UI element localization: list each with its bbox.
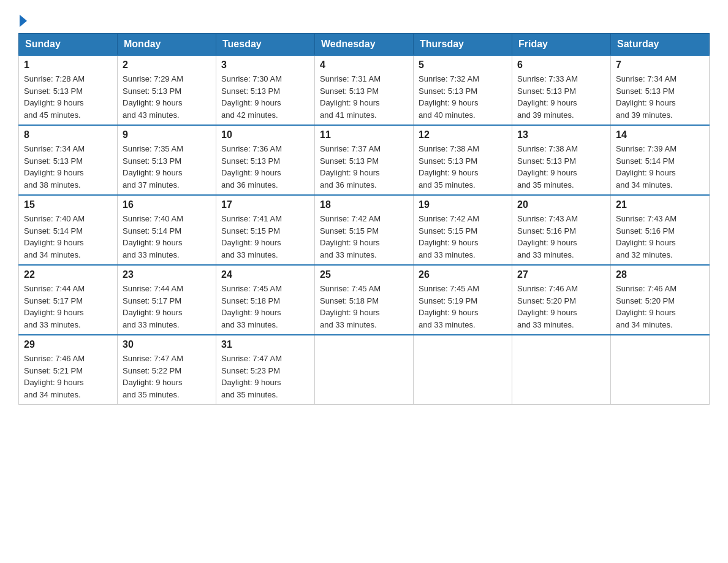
day-number: 31 — [221, 339, 309, 350]
day-number: 10 — [221, 129, 309, 140]
day-number: 25 — [320, 269, 408, 280]
day-info: Sunrise: 7:40 AMSunset: 5:14 PMDaylight:… — [24, 213, 112, 261]
calendar-day-cell: 18Sunrise: 7:42 AMSunset: 5:15 PMDayligh… — [315, 195, 414, 265]
day-info: Sunrise: 7:43 AMSunset: 5:16 PMDaylight:… — [517, 213, 605, 261]
day-info: Sunrise: 7:45 AMSunset: 5:18 PMDaylight:… — [221, 283, 309, 331]
day-number: 24 — [221, 269, 309, 280]
day-info: Sunrise: 7:33 AMSunset: 5:13 PMDaylight:… — [517, 73, 605, 121]
calendar-week-row: 29Sunrise: 7:46 AMSunset: 5:21 PMDayligh… — [19, 335, 710, 405]
empty-cell — [611, 335, 710, 405]
day-number: 23 — [123, 269, 211, 280]
day-info: Sunrise: 7:32 AMSunset: 5:13 PMDaylight:… — [419, 73, 507, 121]
day-info: Sunrise: 7:45 AMSunset: 5:19 PMDaylight:… — [419, 283, 507, 331]
day-number: 28 — [616, 269, 704, 280]
day-number: 21 — [616, 199, 704, 210]
calendar-day-cell: 4Sunrise: 7:31 AMSunset: 5:13 PMDaylight… — [315, 55, 414, 125]
day-number: 8 — [24, 129, 112, 140]
day-number: 27 — [517, 269, 605, 280]
calendar-header-row: SundayMondayTuesdayWednesdayThursdayFrid… — [19, 34, 710, 56]
calendar-day-cell: 22Sunrise: 7:44 AMSunset: 5:17 PMDayligh… — [19, 265, 118, 335]
day-number: 14 — [616, 129, 704, 140]
calendar-day-cell: 30Sunrise: 7:47 AMSunset: 5:22 PMDayligh… — [118, 335, 216, 405]
empty-cell — [315, 335, 414, 405]
day-info: Sunrise: 7:44 AMSunset: 5:17 PMDaylight:… — [123, 283, 211, 331]
empty-cell — [512, 335, 611, 405]
calendar-day-cell: 12Sunrise: 7:38 AMSunset: 5:13 PMDayligh… — [414, 125, 512, 195]
day-info: Sunrise: 7:34 AMSunset: 5:13 PMDaylight:… — [24, 143, 112, 191]
day-number: 12 — [419, 129, 507, 140]
day-number: 13 — [517, 129, 605, 140]
calendar-week-row: 8Sunrise: 7:34 AMSunset: 5:13 PMDaylight… — [19, 125, 710, 195]
day-info: Sunrise: 7:47 AMSunset: 5:23 PMDaylight:… — [221, 353, 309, 400]
day-number: 2 — [123, 59, 211, 71]
calendar-table: SundayMondayTuesdayWednesdayThursdayFrid… — [18, 33, 710, 405]
day-info: Sunrise: 7:42 AMSunset: 5:15 PMDaylight:… — [419, 213, 507, 261]
empty-cell — [414, 335, 512, 405]
day-info: Sunrise: 7:47 AMSunset: 5:22 PMDaylight:… — [123, 353, 211, 400]
day-info: Sunrise: 7:38 AMSunset: 5:13 PMDaylight:… — [419, 143, 507, 191]
day-number: 20 — [517, 199, 605, 210]
day-info: Sunrise: 7:45 AMSunset: 5:18 PMDaylight:… — [320, 283, 408, 331]
day-info: Sunrise: 7:46 AMSunset: 5:20 PMDaylight:… — [616, 283, 704, 331]
day-info: Sunrise: 7:46 AMSunset: 5:20 PMDaylight:… — [517, 283, 605, 331]
day-number: 7 — [616, 59, 704, 71]
day-info: Sunrise: 7:43 AMSunset: 5:16 PMDaylight:… — [616, 213, 704, 261]
weekday-header-friday: Friday — [512, 34, 611, 56]
calendar-day-cell: 25Sunrise: 7:45 AMSunset: 5:18 PMDayligh… — [315, 265, 414, 335]
day-info: Sunrise: 7:39 AMSunset: 5:14 PMDaylight:… — [616, 143, 704, 191]
day-number: 5 — [419, 59, 507, 71]
day-number: 17 — [221, 199, 309, 210]
day-info: Sunrise: 7:31 AMSunset: 5:13 PMDaylight:… — [320, 73, 408, 121]
page-header — [18, 12, 710, 27]
calendar-day-cell: 10Sunrise: 7:36 AMSunset: 5:13 PMDayligh… — [216, 125, 315, 195]
calendar-day-cell: 3Sunrise: 7:30 AMSunset: 5:13 PMDaylight… — [216, 55, 315, 125]
calendar-day-cell: 15Sunrise: 7:40 AMSunset: 5:14 PMDayligh… — [19, 195, 118, 265]
calendar-day-cell: 7Sunrise: 7:34 AMSunset: 5:13 PMDaylight… — [611, 55, 710, 125]
day-info: Sunrise: 7:37 AMSunset: 5:13 PMDaylight:… — [320, 143, 408, 191]
calendar-week-row: 1Sunrise: 7:28 AMSunset: 5:13 PMDaylight… — [19, 55, 710, 125]
calendar-day-cell: 26Sunrise: 7:45 AMSunset: 5:19 PMDayligh… — [414, 265, 512, 335]
calendar-day-cell: 6Sunrise: 7:33 AMSunset: 5:13 PMDaylight… — [512, 55, 611, 125]
day-number: 3 — [221, 59, 309, 71]
day-info: Sunrise: 7:28 AMSunset: 5:13 PMDaylight:… — [24, 73, 112, 121]
day-info: Sunrise: 7:42 AMSunset: 5:15 PMDaylight:… — [320, 213, 408, 261]
day-number: 26 — [419, 269, 507, 280]
calendar-day-cell: 17Sunrise: 7:41 AMSunset: 5:15 PMDayligh… — [216, 195, 315, 265]
logo — [18, 12, 27, 27]
calendar-day-cell: 8Sunrise: 7:34 AMSunset: 5:13 PMDaylight… — [19, 125, 118, 195]
calendar-day-cell: 31Sunrise: 7:47 AMSunset: 5:23 PMDayligh… — [216, 335, 315, 405]
day-number: 15 — [24, 199, 112, 210]
day-number: 18 — [320, 199, 408, 210]
day-number: 30 — [123, 339, 211, 350]
calendar-day-cell: 21Sunrise: 7:43 AMSunset: 5:16 PMDayligh… — [611, 195, 710, 265]
day-number: 6 — [517, 59, 605, 71]
calendar-day-cell: 2Sunrise: 7:29 AMSunset: 5:13 PMDaylight… — [118, 55, 216, 125]
calendar-day-cell: 16Sunrise: 7:40 AMSunset: 5:14 PMDayligh… — [118, 195, 216, 265]
calendar-day-cell: 1Sunrise: 7:28 AMSunset: 5:13 PMDaylight… — [19, 55, 118, 125]
day-info: Sunrise: 7:46 AMSunset: 5:21 PMDaylight:… — [24, 353, 112, 400]
day-info: Sunrise: 7:34 AMSunset: 5:13 PMDaylight:… — [616, 73, 704, 121]
calendar-day-cell: 19Sunrise: 7:42 AMSunset: 5:15 PMDayligh… — [414, 195, 512, 265]
weekday-header-sunday: Sunday — [19, 34, 118, 56]
calendar-day-cell: 9Sunrise: 7:35 AMSunset: 5:13 PMDaylight… — [118, 125, 216, 195]
calendar-day-cell: 11Sunrise: 7:37 AMSunset: 5:13 PMDayligh… — [315, 125, 414, 195]
weekday-header-monday: Monday — [118, 34, 216, 56]
calendar-day-cell: 23Sunrise: 7:44 AMSunset: 5:17 PMDayligh… — [118, 265, 216, 335]
logo-arrow-icon — [20, 15, 27, 27]
day-number: 22 — [24, 269, 112, 280]
calendar-week-row: 15Sunrise: 7:40 AMSunset: 5:14 PMDayligh… — [19, 195, 710, 265]
weekday-header-tuesday: Tuesday — [216, 34, 315, 56]
day-info: Sunrise: 7:35 AMSunset: 5:13 PMDaylight:… — [123, 143, 211, 191]
calendar-day-cell: 13Sunrise: 7:38 AMSunset: 5:13 PMDayligh… — [512, 125, 611, 195]
calendar-day-cell: 24Sunrise: 7:45 AMSunset: 5:18 PMDayligh… — [216, 265, 315, 335]
weekday-header-saturday: Saturday — [611, 34, 710, 56]
calendar-day-cell: 28Sunrise: 7:46 AMSunset: 5:20 PMDayligh… — [611, 265, 710, 335]
calendar-day-cell: 29Sunrise: 7:46 AMSunset: 5:21 PMDayligh… — [19, 335, 118, 405]
calendar-day-cell: 20Sunrise: 7:43 AMSunset: 5:16 PMDayligh… — [512, 195, 611, 265]
day-number: 1 — [24, 59, 112, 71]
day-number: 16 — [123, 199, 211, 210]
day-info: Sunrise: 7:30 AMSunset: 5:13 PMDaylight:… — [221, 73, 309, 121]
day-info: Sunrise: 7:38 AMSunset: 5:13 PMDaylight:… — [517, 143, 605, 191]
day-info: Sunrise: 7:44 AMSunset: 5:17 PMDaylight:… — [24, 283, 112, 331]
day-number: 9 — [123, 129, 211, 140]
